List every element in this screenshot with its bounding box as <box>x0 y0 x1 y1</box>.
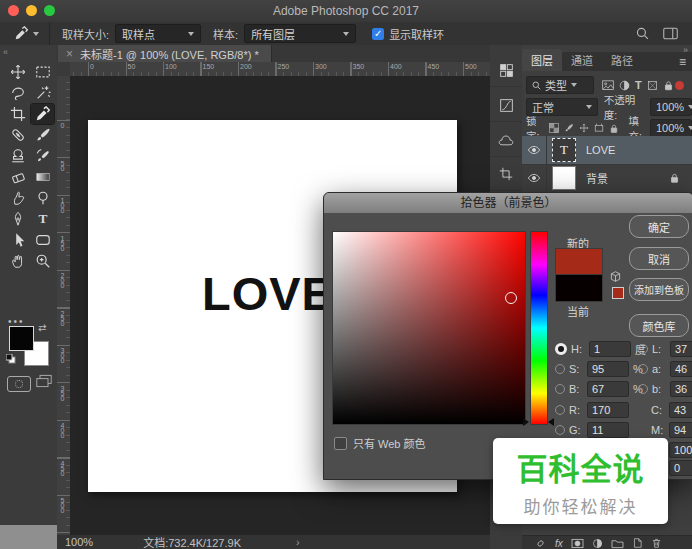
path-select-tool[interactable] <box>6 230 29 250</box>
r-field[interactable]: 170 <box>587 402 629 418</box>
collapse-panel-icon[interactable]: « <box>3 47 8 57</box>
new-layer-icon[interactable] <box>632 537 643 549</box>
c-field[interactable]: 43 <box>669 402 692 418</box>
panel-menu-icon[interactable]: ≡ <box>679 55 686 69</box>
tab-paths[interactable]: 路径 <box>602 49 642 71</box>
s-field[interactable]: 95 <box>587 361 629 377</box>
status-chevron-icon[interactable]: › <box>296 536 300 548</box>
m-field[interactable]: 94 <box>669 422 692 438</box>
g-field[interactable]: 11 <box>587 422 629 438</box>
history-brush-tool[interactable] <box>31 146 54 166</box>
filter-smart-objects-icon[interactable] <box>663 80 674 91</box>
workspace-switcher-icon[interactable] <box>663 27 678 40</box>
color-field[interactable] <box>332 231 526 425</box>
quick-mask-button[interactable] <box>7 376 31 392</box>
h-field[interactable]: 1 <box>589 341 631 357</box>
dodge-tool[interactable] <box>31 188 54 208</box>
a-field[interactable]: 46 <box>670 361 692 377</box>
foreground-color-swatch[interactable] <box>9 326 34 351</box>
layer-thumbnail-background[interactable] <box>552 166 576 190</box>
l-radio[interactable] <box>638 344 648 354</box>
default-colors-icon[interactable] <box>6 354 16 364</box>
fill-dropdown[interactable]: 100% <box>650 119 692 137</box>
new-group-icon[interactable] <box>611 538 624 549</box>
lock-position-icon[interactable] <box>579 123 589 133</box>
clone-stamp-tool[interactable] <box>6 146 29 166</box>
libraries-panel-icon[interactable] <box>490 124 522 157</box>
zoom-level[interactable]: 100% <box>65 536 93 548</box>
sample-dropdown[interactable]: 所有图层 <box>244 24 356 43</box>
delete-layer-icon[interactable] <box>651 537 662 549</box>
color-panel-icon[interactable] <box>490 54 522 87</box>
lock-artboard-icon[interactable] <box>594 123 604 133</box>
curves-panel-icon[interactable] <box>490 89 522 122</box>
hue-slider-marker[interactable] <box>548 418 554 426</box>
g-radio[interactable] <box>555 425 565 435</box>
k-field[interactable]: 0 <box>669 460 692 476</box>
tool-preset-picker[interactable] <box>0 22 50 45</box>
zoom-tool[interactable] <box>31 251 54 271</box>
filter-toggle[interactable] <box>675 81 684 90</box>
filter-pixel-layers-icon[interactable] <box>602 80 614 91</box>
layer-row-background[interactable]: 背景 <box>522 164 692 193</box>
swap-colors-icon[interactable]: ⇄ <box>38 322 46 333</box>
filter-shape-layers-icon[interactable] <box>647 80 658 91</box>
y-field[interactable]: 100 <box>669 442 692 458</box>
lock-pixels-icon[interactable] <box>564 123 574 133</box>
document-tab[interactable]: × 未标题-1 @ 100% (LOVE, RGB/8*) * <box>58 45 272 62</box>
hue-slider-marker[interactable] <box>523 418 529 426</box>
eyedropper-tool[interactable] <box>31 104 54 124</box>
current-color-swatch[interactable] <box>555 274 603 302</box>
hue-slider[interactable] <box>530 231 548 425</box>
shape-tool[interactable] <box>31 230 54 250</box>
color-field-cursor[interactable] <box>505 292 517 304</box>
a-radio[interactable] <box>638 364 648 374</box>
lock-all-icon[interactable] <box>609 123 619 134</box>
web-colors-only-checkbox[interactable]: 只有 Web 颜色 <box>334 435 426 451</box>
gradient-tool[interactable] <box>31 167 54 187</box>
bb-field[interactable]: 36 <box>670 381 692 397</box>
layer-row-love[interactable]: T LOVE <box>522 136 692 165</box>
move-tool[interactable] <box>6 62 29 82</box>
h-radio[interactable] <box>555 343 567 355</box>
r-radio[interactable] <box>555 405 565 415</box>
tab-channels[interactable]: 通道 <box>562 49 602 71</box>
dialog-title[interactable]: 拾色器（前景色） <box>324 193 692 213</box>
web-safe-color-swatch[interactable] <box>612 287 624 299</box>
filter-adjustment-layers-icon[interactable] <box>619 80 630 91</box>
layer-style-fx-icon[interactable]: fx <box>555 538 563 549</box>
color-libraries-button[interactable]: 颜色库 <box>629 314 689 337</box>
cancel-button[interactable]: 取消 <box>629 247 689 270</box>
visibility-eye-icon[interactable] <box>522 136 547 164</box>
close-tab-icon[interactable]: × <box>66 47 73 61</box>
filter-type-layers-icon[interactable]: T <box>635 79 642 91</box>
lasso-tool[interactable] <box>6 83 29 103</box>
screen-mode-button[interactable] <box>36 374 52 388</box>
visibility-eye-icon[interactable] <box>522 164 547 192</box>
crop-tool[interactable] <box>6 104 29 124</box>
add-mask-icon[interactable] <box>571 538 584 549</box>
pen-tool[interactable] <box>6 209 29 229</box>
magic-wand-tool[interactable] <box>31 83 54 103</box>
show-sampling-ring-checkbox[interactable]: ✓ <box>372 28 384 40</box>
gamut-warning-cube-icon[interactable] <box>610 271 621 282</box>
b-radio[interactable] <box>555 384 565 394</box>
sample-size-dropdown[interactable]: 取样点 <box>115 24 201 43</box>
vertical-ruler[interactable]: 050100150200250300350400450500 <box>57 76 71 549</box>
layer-thumbnail-type[interactable]: T <box>552 138 576 162</box>
link-layers-icon[interactable] <box>534 538 547 549</box>
smudge-tool[interactable] <box>6 188 29 208</box>
lock-transparency-icon[interactable] <box>549 123 559 133</box>
opacity-dropdown[interactable]: 100% <box>650 98 692 116</box>
l-field[interactable]: 37 <box>670 341 692 357</box>
s-radio[interactable] <box>555 364 565 374</box>
hand-tool[interactable] <box>6 251 29 271</box>
adjustment-layer-icon[interactable] <box>592 538 603 549</box>
brush-tool[interactable] <box>31 125 54 145</box>
horizontal-ruler[interactable]: 050100150200250300350400450500 <box>70 62 490 77</box>
marquee-tool[interactable] <box>31 62 54 82</box>
filter-type-dropdown[interactable]: 类型 <box>526 76 594 94</box>
ok-button[interactable]: 确定 <box>629 215 689 238</box>
type-tool[interactable]: T <box>31 209 54 229</box>
add-to-swatches-button[interactable]: 添加到色板 <box>629 278 689 301</box>
